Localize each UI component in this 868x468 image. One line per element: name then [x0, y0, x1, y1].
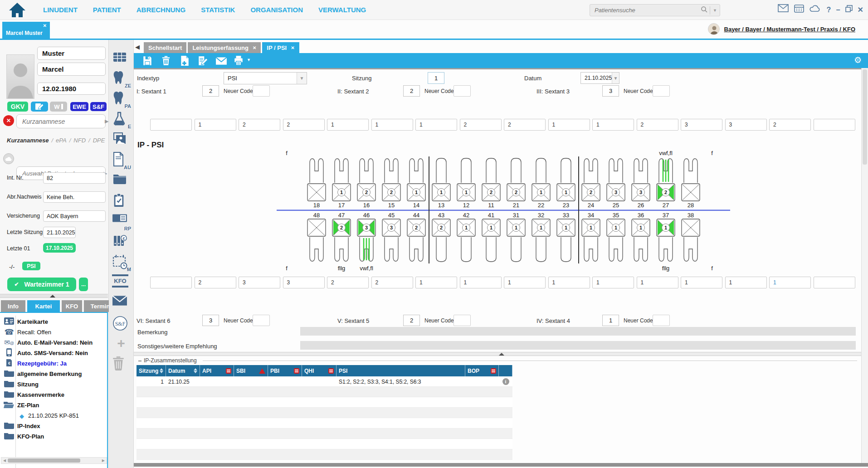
tooth-46[interactable]: 3 — [355, 218, 378, 263]
patient-tab-marcel-muster[interactable]: Marcel Muster ✕ — [2, 22, 50, 39]
waiting-room-button[interactable]: ✔ Wartezimmer 1 — [7, 278, 76, 291]
menu-item-organisation[interactable]: ORGANISATION — [250, 6, 303, 14]
tree-item[interactable]: ✉@Auto. E-Mail-Versand: Nein — [0, 337, 107, 348]
tooth-48[interactable] — [305, 218, 328, 263]
tooth-value-box[interactable]: 2 — [769, 119, 811, 131]
info-icon[interactable]: i — [502, 378, 509, 385]
tooth-38[interactable] — [679, 218, 702, 263]
gear-icon[interactable]: ⚙ — [854, 55, 862, 65]
neuer-code-input[interactable] — [253, 315, 270, 326]
send-mail-icon[interactable] — [112, 295, 130, 313]
tooth-value-box[interactable]: 2 — [504, 119, 546, 131]
tooth-value-box[interactable]: 1 — [327, 119, 369, 131]
sf-badge[interactable]: S&F — [90, 102, 107, 111]
patient-photo-placeholder[interactable] — [6, 54, 34, 99]
tree-item[interactable]: Karteikarte — [0, 317, 107, 327]
neuer-code-input[interactable] — [653, 85, 670, 97]
bemerkung-input[interactable] — [300, 327, 856, 336]
anamnese-link-dpe[interactable]: DPE — [93, 137, 105, 144]
tooth-value-box[interactable]: 3 — [681, 119, 722, 131]
tooth-value-box[interactable]: 1 — [592, 277, 634, 288]
field-value[interactable]: Keine Beh. — [43, 191, 106, 203]
anamnese-input[interactable] — [17, 118, 105, 125]
word-badge[interactable]: W — [50, 102, 67, 112]
datum-select[interactable]: 21.10.2025 ▼ — [580, 72, 619, 84]
gkv-badge[interactable]: GKV — [7, 102, 28, 112]
tooth-value-box[interactable]: 2 — [637, 119, 678, 131]
neuer-code-input[interactable] — [653, 315, 670, 326]
close-icon[interactable]: ✕ — [858, 4, 863, 16]
sort-icon[interactable] — [160, 368, 163, 373]
tooth-47[interactable]: 2 — [330, 218, 353, 263]
tree-item[interactable]: ◆21.10.2025 KP-851 — [0, 410, 107, 421]
tooth-34[interactable]: 1 — [579, 218, 603, 263]
tooth-41[interactable]: 1 — [479, 218, 503, 263]
patient-record-icon[interactable] — [112, 50, 130, 68]
accounting-binders-icon[interactable]: € — [112, 234, 130, 252]
column-header-bop[interactable]: BOP — [465, 365, 499, 376]
search-icon[interactable] — [699, 6, 710, 15]
anamnese-link-kurzanamnese[interactable]: Kurzanamnese — [7, 137, 49, 144]
patient-search-input[interactable] — [590, 7, 699, 14]
tooth-13[interactable]: 1 — [429, 156, 453, 202]
column-header-extra[interactable] — [499, 365, 512, 376]
tabs-scroll-left-icon[interactable]: ◀ — [135, 44, 140, 50]
menu-item-linudent[interactable]: LINUDENT — [43, 6, 78, 14]
tooth-27[interactable]: 2 — [654, 156, 678, 202]
tooth-42[interactable]: 1 — [454, 218, 478, 263]
cloud-flag-icon[interactable] — [3, 153, 14, 164]
anamnese-link-nfd[interactable]: NFD — [73, 137, 86, 144]
column-header-datum[interactable]: Datum — [166, 365, 200, 376]
sextant-value-input[interactable]: 2 — [403, 85, 420, 97]
labor-icon[interactable]: E — [112, 111, 130, 129]
table-empty-row[interactable] — [137, 418, 512, 429]
column-header-sitzung[interactable]: Sitzung — [137, 365, 166, 376]
sidebar-tab-kartei[interactable]: Kartei — [27, 300, 60, 312]
sidebar-horizontal-scrollbar[interactable]: ◀ ▶ — [1, 457, 107, 464]
tree-item[interactable]: allgemeine Bemerkung — [0, 369, 107, 379]
user-breadcrumb-link[interactable]: Bayer / Bayer / Mustermann-Test / Praxis… — [724, 26, 855, 33]
tooth-value-box[interactable]: 2 — [283, 119, 325, 131]
tooth-25[interactable]: 3 — [604, 156, 628, 202]
main-splitter[interactable] — [134, 352, 868, 356]
tooth-14[interactable]: 1 — [405, 156, 428, 202]
tooth-value-box[interactable]: 1 — [548, 277, 590, 288]
vertical-scrollbar[interactable] — [861, 68, 868, 463]
indextyp-select[interactable]: PSI ▼ — [224, 72, 307, 84]
last-name-field[interactable]: Muster — [37, 47, 106, 60]
tooth-37[interactable]: 1 — [654, 218, 678, 263]
tooth-value-box[interactable]: 3 — [283, 277, 325, 288]
calendar-icon[interactable] — [794, 3, 805, 17]
sidebar-tab-kfo[interactable]: KFO — [62, 300, 82, 312]
neuer-code-input[interactable] — [454, 85, 471, 97]
tree-item[interactable]: ☎Recall: Offen — [0, 327, 107, 337]
new-document-icon[interactable] — [179, 55, 190, 66]
neuer-code-input[interactable] — [454, 315, 471, 326]
menu-item-patient[interactable]: PATIENT — [93, 6, 121, 14]
tooth-value-box[interactable] — [150, 119, 192, 131]
add-icon[interactable]: + — [112, 336, 130, 354]
sort-icon[interactable] — [194, 368, 197, 373]
search-dropdown-icon[interactable]: ▼ — [710, 8, 720, 13]
monthly-schedule-icon[interactable]: M — [112, 254, 130, 272]
column-header-qhi[interactable]: QHI — [302, 365, 336, 376]
tree-item[interactable]: ZE-Plan — [0, 400, 107, 410]
tooth-11[interactable]: 2 — [479, 156, 503, 202]
cloud-icon[interactable] — [809, 4, 821, 16]
tree-item[interactable]: IP-Index — [0, 421, 107, 431]
close-icon[interactable]: ✕ — [253, 45, 256, 50]
table-empty-row[interactable] — [137, 397, 512, 408]
anamnese-link-epa[interactable]: ePA — [56, 137, 67, 144]
document-tab-schnellstart[interactable]: Schnellstart — [144, 42, 186, 53]
ewe-badge[interactable]: EWE — [70, 102, 88, 111]
tooth-value-box[interactable]: 1 — [592, 119, 634, 131]
tooth-value-box[interactable]: 1 — [769, 277, 811, 288]
tooth-23[interactable]: 1 — [554, 156, 578, 202]
close-icon[interactable]: ✕ — [291, 45, 294, 50]
rp-prescription-icon[interactable]: RP — [112, 213, 130, 231]
mail-icon[interactable] — [778, 4, 789, 17]
birth-date-field[interactable]: 12.02.1980 — [37, 83, 106, 95]
tooth-24[interactable]: 2 — [579, 156, 603, 202]
sf-module-icon[interactable]: S&F — [112, 315, 130, 333]
send-mail-icon[interactable] — [215, 55, 226, 66]
